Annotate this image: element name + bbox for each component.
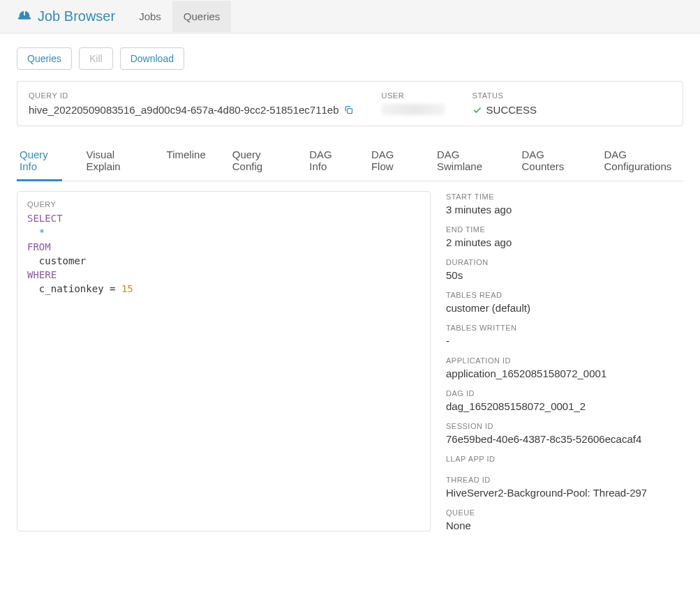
app-title: Job Browser — [38, 8, 115, 24]
check-icon — [472, 105, 482, 115]
svg-rect-1 — [24, 10, 25, 15]
status-value: SUCCESS — [486, 104, 537, 116]
tab-queries[interactable]: Queries — [172, 1, 232, 32]
detail-application-id: APPLICATION ID application_1652085158072… — [446, 356, 683, 379]
detail-tables-written: TABLES WRITTEN - — [446, 324, 683, 347]
user-label: USER — [382, 91, 445, 100]
detail-session-id: SESSION ID 76e59bed-40e6-4387-8c35-52606… — [446, 422, 683, 445]
detail-start-time: START TIME 3 minutes ago — [446, 192, 683, 215]
header-tabs: Jobs Queries — [128, 1, 231, 32]
tab-dag-counters[interactable]: DAG Counters — [519, 143, 580, 181]
detail-tabs: Query Info Visual Explain Timeline Query… — [17, 143, 683, 181]
header-bar: Job Browser Jobs Queries — [0, 0, 700, 33]
main-panels: QUERY SELECT * FROM customer WHERE c_nat… — [17, 191, 683, 531]
tab-query-config[interactable]: Query Config — [230, 143, 286, 181]
summary-query-id: QUERY ID hive_20220509083516_a9d00c94-65… — [29, 91, 354, 116]
query-label: QUERY — [27, 200, 420, 209]
query-id-label: QUERY ID — [29, 91, 354, 100]
query-panel: QUERY SELECT * FROM customer WHERE c_nat… — [17, 191, 431, 531]
detail-queue: QUEUE None — [446, 508, 683, 531]
action-row: Queries Kill Download — [17, 47, 683, 70]
summary-user: USER — [382, 91, 445, 116]
query-id-value: hive_20220509083516_a9d00c94-657a-4d80-9… — [29, 104, 339, 116]
detail-dag-id: DAG ID dag_1652085158072_0001_2 — [446, 389, 683, 412]
svg-rect-2 — [347, 109, 352, 114]
svg-rect-0 — [18, 17, 31, 19]
kill-button: Kill — [79, 47, 113, 70]
user-value-redacted — [382, 104, 445, 115]
tab-dag-swimlane[interactable]: DAG Swimlane — [434, 143, 498, 181]
detail-tables-read: TABLES READ customer (default) — [446, 291, 683, 314]
details-panel: START TIME 3 minutes ago END TIME 2 minu… — [446, 191, 683, 531]
detail-llap-app-id: LLAP APP ID — [446, 455, 683, 466]
tab-dag-flow[interactable]: DAG Flow — [368, 143, 413, 181]
content-area: Queries Kill Download QUERY ID hive_2022… — [0, 33, 700, 548]
queries-button[interactable]: Queries — [17, 47, 72, 70]
tab-dag-config[interactable]: DAG Configurations — [602, 143, 683, 181]
tab-dag-info[interactable]: DAG Info — [306, 143, 348, 181]
summary-box: QUERY ID hive_20220509083516_a9d00c94-65… — [17, 81, 683, 126]
detail-thread-id: THREAD ID HiveServer2-Background-Pool: T… — [446, 476, 683, 499]
summary-status: STATUS SUCCESS — [472, 91, 537, 116]
download-button[interactable]: Download — [120, 47, 184, 70]
app-brand: Job Browser — [17, 8, 115, 24]
detail-end-time: END TIME 2 minutes ago — [446, 225, 683, 248]
tab-timeline[interactable]: Timeline — [164, 143, 209, 181]
detail-duration: DURATION 50s — [446, 258, 683, 281]
copy-icon[interactable] — [343, 105, 354, 115]
tab-visual-explain[interactable]: Visual Explain — [83, 143, 142, 181]
query-code: SELECT * FROM customer WHERE c_nationkey… — [27, 211, 420, 296]
tab-query-info[interactable]: Query Info — [17, 143, 62, 181]
status-label: STATUS — [472, 91, 537, 100]
hardhat-icon — [17, 9, 32, 24]
tab-jobs[interactable]: Jobs — [128, 1, 172, 32]
